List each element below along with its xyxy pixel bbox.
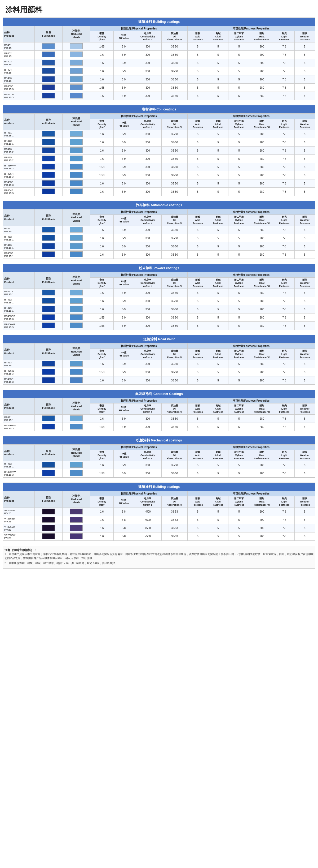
cell-density: 1.6 xyxy=(91,155,114,163)
col-header-ph: PH值PH Value xyxy=(113,403,134,414)
table-row: BF401 P.B.15 1.65 6-9 300 35-50 5 5 5 20… xyxy=(3,42,315,51)
cell-light: 7-8 xyxy=(274,423,294,431)
col-header-shade: 原色Full Shade xyxy=(35,272,63,289)
cell-oil: 35-50 xyxy=(162,251,187,259)
cell-conductivity: 300 xyxy=(134,155,162,163)
cell-alkali: 5 xyxy=(208,305,228,313)
cell-product: VF2356W P.V.23 xyxy=(3,524,35,532)
col-header-alkali: 耐碱AlkaliFastness xyxy=(208,496,228,507)
cell-density: 1.6 xyxy=(91,138,114,147)
cell-xylene: 5 xyxy=(228,297,250,305)
cell-oil: 38-53 xyxy=(162,507,187,516)
cell-reduced xyxy=(63,92,91,100)
col-header-acid: 耐酸AcidFastness xyxy=(187,403,208,414)
cell-product: BF435R P.B.15.3 xyxy=(3,171,35,180)
cell-oil: 35-50 xyxy=(162,180,187,188)
cell-alkali: 5 xyxy=(208,42,228,51)
cell-shade xyxy=(35,532,63,540)
cell-oil: 38-50 xyxy=(162,171,187,180)
cell-alkali: 5 xyxy=(208,423,228,431)
cell-oil: 35-50 xyxy=(162,461,187,469)
cell-acid: 5 xyxy=(187,524,208,532)
cell-light: 7-8 xyxy=(274,67,294,75)
col-header-physical: 物理性能 Physical Properties xyxy=(91,26,188,31)
cell-density: 1.58 xyxy=(91,171,114,180)
cell-heat: 280 xyxy=(250,313,274,322)
cell-heat: 200 xyxy=(250,59,274,67)
cell-alkali: 5 xyxy=(208,516,228,524)
cell-xylene: 5 xyxy=(228,75,250,84)
cell-conductivity: 300 xyxy=(134,423,162,431)
cell-conductivity: 300 xyxy=(134,469,162,477)
cell-weather: 5 xyxy=(294,251,315,259)
cell-oil: 38-50 xyxy=(162,75,187,84)
cell-density: 1.6 xyxy=(91,226,114,234)
cell-acid: 5 xyxy=(187,188,208,196)
cell-light: 7-8 xyxy=(274,155,294,163)
cell-shade xyxy=(35,226,63,234)
table-row: BF412P P.B.15:1 1.6 6-9 300 35-50 5 5 5 … xyxy=(3,297,315,305)
cell-conductivity: 300 xyxy=(134,461,162,469)
col-header-product: 品种Product xyxy=(3,343,35,360)
col-header-density: 密度Densityg/cm³ xyxy=(91,403,114,414)
col-header-product: 品种Product xyxy=(3,445,35,461)
col-header-physical: 物理性能 Physical Properties xyxy=(91,114,188,119)
col-header-light: 耐光LightFastness xyxy=(274,349,294,360)
cell-product: BF425 P.B.15.2 xyxy=(3,155,35,163)
col-header-heat: 耐热HeatResistance °C xyxy=(250,403,274,414)
cell-acid: 5 xyxy=(187,51,208,59)
col-header-density: 密度Densityg/cm³ xyxy=(91,496,114,507)
cell-reduced xyxy=(63,188,91,196)
cell-light: 7-8 xyxy=(274,51,294,59)
cell-conductivity: <500 xyxy=(134,532,162,540)
cell-product: BF406 P.B.15 xyxy=(3,75,35,84)
cell-density: 1.6 xyxy=(91,130,114,138)
col-header-acid: 耐酸AcidFastness xyxy=(187,215,208,226)
cell-ph: 6-9 xyxy=(113,305,134,313)
cell-density: 1.55 xyxy=(91,322,114,330)
cell-light: 7-8 xyxy=(274,163,294,171)
cell-conductivity: 300 xyxy=(134,138,162,147)
cell-product: BF411 P.B.15.1 xyxy=(3,130,35,138)
col-header-fastness: 牢度性能 Fastness Properties xyxy=(187,210,315,215)
section-header-mechanical: 机械涂料 Mechanical coatings xyxy=(3,436,315,444)
cell-heat: 280 xyxy=(250,289,274,297)
cell-weather: 5 xyxy=(294,234,315,242)
cell-heat: 280 xyxy=(250,376,274,384)
cell-ph: 6-9 xyxy=(113,251,134,259)
section-building: 建筑涂料 Building coatings 品种Product 原色Full … xyxy=(3,18,315,100)
cell-density: 1.58 xyxy=(91,163,114,171)
cell-weather: 5 xyxy=(294,376,315,384)
cell-oil: 38-50 xyxy=(162,59,187,67)
col-header-alkali: 耐碱AlkaliFastness xyxy=(208,278,228,289)
cell-product: BF430KW P.B.15.3 xyxy=(3,163,35,171)
cell-conductivity: 300 xyxy=(134,376,162,384)
cell-product: BF401 P.B.15 xyxy=(3,42,35,51)
cell-density: 1.6 xyxy=(91,360,114,368)
cell-alkali: 5 xyxy=(208,147,228,155)
col-header-xylene: 耐二甲苯XyleneFastness xyxy=(228,278,250,289)
col-header-light: 耐光LightFastness xyxy=(274,215,294,226)
cell-oil: 38-50 xyxy=(162,313,187,322)
table-row: BF430KW P.B.15.3 1.58 6-9 300 38-50 5 5 … xyxy=(3,469,315,477)
col-header-reduced: 冲淡色ReducedShade xyxy=(63,272,91,289)
cell-shade xyxy=(35,313,63,322)
cell-light: 7-8 xyxy=(274,469,294,477)
cell-reduced xyxy=(63,289,91,297)
col-header-oil: 吸油量OilAbsorption % xyxy=(162,403,187,414)
cell-acid: 5 xyxy=(187,414,208,423)
cell-density: 1.6 xyxy=(91,180,114,188)
cell-product: BF435RP P.B.15.3 xyxy=(3,313,35,322)
col-header-density: 密度Densityg/cm³ xyxy=(91,119,114,130)
col-header-product: 品种Product xyxy=(3,272,35,289)
cell-light: 7-8 xyxy=(274,360,294,368)
table-row: BF412 P.B.15:1 1.6 6-9 300 35-50 5 5 5 2… xyxy=(3,461,315,469)
section-header-building: 建筑涂料 Building coatings xyxy=(3,18,315,26)
cell-oil: 35-50 xyxy=(162,234,187,242)
col-header-physical: 物理性能 Physical Properties xyxy=(91,210,188,215)
cell-heat: 280 xyxy=(250,92,274,100)
cell-heat: 280 xyxy=(250,84,274,92)
cell-shade xyxy=(35,507,63,516)
cell-ph: 6-9 xyxy=(113,92,134,100)
cell-acid: 5 xyxy=(187,251,208,259)
